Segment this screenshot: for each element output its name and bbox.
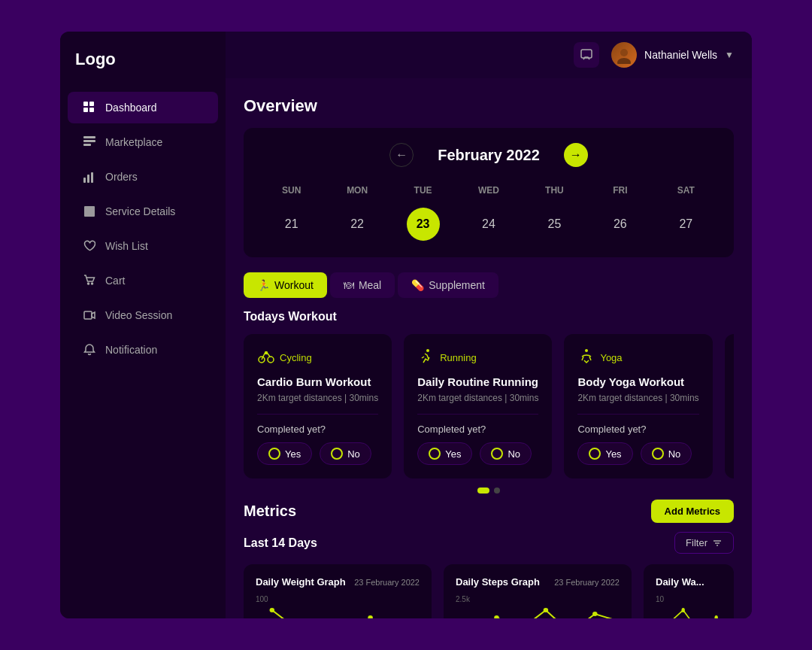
filter-label: Filter bbox=[686, 537, 707, 548]
no-radio-3[interactable]: No bbox=[641, 442, 692, 465]
app-container: Logo Dashboard Marketplace bbox=[60, 32, 752, 618]
sidebar-item-notification[interactable]: Notification bbox=[68, 334, 218, 366]
radio-group-3: Yes No bbox=[577, 442, 698, 465]
user-info[interactable]: Nathaniel Wells ▼ bbox=[611, 42, 734, 68]
svg-point-19 bbox=[426, 349, 429, 352]
metrics-header: Metrics Add Metrics bbox=[244, 500, 734, 523]
filter-button[interactable]: Filter bbox=[674, 532, 734, 554]
overview-title: Overview bbox=[244, 96, 734, 116]
dot-2[interactable] bbox=[494, 487, 500, 494]
yes-radio-2[interactable]: Yes bbox=[417, 442, 472, 465]
next-month-button[interactable]: → bbox=[564, 143, 588, 167]
cal-day-25[interactable]: 25 bbox=[538, 208, 571, 241]
cart-icon bbox=[83, 274, 96, 287]
prev-month-button[interactable]: ← bbox=[389, 143, 414, 167]
cycling-label: Cycling bbox=[280, 352, 312, 363]
sidebar-item-video-session[interactable]: Video Session bbox=[68, 299, 218, 331]
meal-tab-label: Meal bbox=[359, 279, 381, 291]
marketplace-icon bbox=[83, 135, 96, 149]
card-title-yoga: Body Yoga Workout bbox=[577, 375, 698, 388]
tab-meal[interactable]: 🍽 Meal bbox=[330, 272, 395, 298]
svg-rect-4 bbox=[83, 136, 95, 138]
cal-day-26[interactable]: 26 bbox=[604, 208, 637, 241]
svg-rect-3 bbox=[89, 108, 94, 112]
calendar-days: 21 22 23 24 25 26 27 bbox=[259, 206, 719, 242]
no-circle-2 bbox=[491, 448, 503, 460]
cal-day-21[interactable]: 21 bbox=[275, 208, 308, 241]
sidebar-item-orders[interactable]: Orders bbox=[68, 161, 218, 193]
user-name: Nathaniel Wells bbox=[644, 49, 717, 61]
day-mon: MON bbox=[324, 182, 389, 199]
cycling-icon bbox=[257, 348, 275, 368]
cal-day-24[interactable]: 24 bbox=[472, 208, 505, 241]
yes-circle-1 bbox=[268, 448, 280, 460]
message-icon-btn[interactable] bbox=[574, 42, 599, 68]
graph-water-title: Daily Wa... bbox=[656, 576, 704, 588]
sidebar-item-marketplace[interactable]: Marketplace bbox=[68, 126, 218, 158]
graph-card-water: Daily Wa... 10 8 bbox=[644, 564, 734, 618]
sidebar-label-notification: Notification bbox=[105, 344, 157, 356]
svg-rect-6 bbox=[83, 144, 91, 146]
graph-card-steps: Daily Steps Graph 23 February 2022 2.5k … bbox=[444, 564, 632, 618]
card-divider-2 bbox=[417, 414, 538, 415]
graph-weight-header: Daily Weight Graph 23 February 2022 bbox=[256, 576, 420, 588]
svg-point-35 bbox=[544, 608, 549, 612]
no-radio-1[interactable]: No bbox=[320, 442, 371, 465]
svg-point-10 bbox=[88, 283, 89, 284]
add-metrics-button[interactable]: Add Metrics bbox=[651, 500, 734, 523]
orders-icon bbox=[83, 170, 96, 184]
slide-dots bbox=[244, 487, 734, 494]
sidebar-label-wish-list: Wish List bbox=[105, 240, 148, 252]
supplement-tab-icon: 💊 bbox=[411, 279, 424, 291]
sidebar-item-cart[interactable]: Cart bbox=[68, 265, 218, 296]
card-desc-running: 2Km target distances | 30mins bbox=[417, 393, 538, 403]
filter-icon bbox=[712, 538, 723, 548]
card-desc-yoga: 2Km target distances | 30mins bbox=[577, 393, 698, 403]
service-details-icon bbox=[83, 205, 96, 218]
no-radio-2[interactable]: No bbox=[480, 442, 532, 465]
yes-circle-2 bbox=[429, 448, 441, 460]
yes-radio-3[interactable]: Yes bbox=[577, 442, 632, 465]
svg-point-28 bbox=[368, 615, 373, 618]
weight-chart-svg bbox=[256, 595, 420, 618]
tab-workout[interactable]: 🏃 Workout bbox=[244, 272, 327, 298]
avatar bbox=[611, 42, 637, 68]
supplement-tab-label: Supplement bbox=[429, 279, 485, 291]
sidebar-item-dashboard[interactable]: Dashboard bbox=[68, 92, 218, 123]
workout-cards: Cycling Cardio Burn Workout 2Km target d… bbox=[244, 334, 734, 478]
yes-radio-1[interactable]: Yes bbox=[257, 442, 312, 465]
graph-steps-labels: 2.5k 2k bbox=[456, 595, 470, 618]
sidebar-item-wish-list[interactable]: Wish List bbox=[68, 230, 218, 262]
yoga-icon bbox=[577, 348, 595, 368]
cal-day-27[interactable]: 27 bbox=[669, 208, 702, 241]
svg-rect-8 bbox=[87, 175, 89, 183]
running-icon bbox=[417, 348, 435, 368]
svg-rect-5 bbox=[83, 140, 95, 142]
day-sun: SUN bbox=[259, 182, 324, 199]
day-thu: THU bbox=[522, 182, 587, 199]
sidebar-label-marketplace: Marketplace bbox=[105, 136, 162, 148]
svg-point-15 bbox=[617, 58, 631, 64]
graph-weight-labels: 100 80 bbox=[256, 595, 268, 618]
water-chart-svg bbox=[656, 595, 722, 618]
completed-label-2: Completed yet? bbox=[417, 424, 538, 435]
yes-circle-3 bbox=[589, 448, 601, 460]
calendar-days-header: SUN MON TUE WED THU FRI SAT bbox=[259, 182, 719, 199]
tabs-row: 🏃 Workout 🍽 Meal 💊 Supplement bbox=[244, 272, 734, 298]
cal-day-23[interactable]: 23 bbox=[407, 208, 440, 241]
content-area: Overview ← February 2022 → SUN MON TUE W… bbox=[226, 78, 752, 618]
dot-1[interactable] bbox=[477, 487, 489, 494]
tab-supplement[interactable]: 💊 Supplement bbox=[398, 272, 498, 298]
yes-label-2: Yes bbox=[445, 448, 461, 460]
svg-point-14 bbox=[620, 49, 628, 56]
graph-steps-header: Daily Steps Graph 23 February 2022 bbox=[456, 576, 620, 588]
cal-day-22[interactable]: 22 bbox=[341, 208, 374, 241]
svg-point-43 bbox=[714, 615, 717, 618]
workout-tab-label: Workout bbox=[274, 279, 314, 291]
svg-point-41 bbox=[681, 608, 684, 612]
sidebar: Logo Dashboard Marketplace bbox=[60, 32, 226, 618]
sidebar-item-service-details[interactable]: Service Details bbox=[68, 196, 218, 227]
completed-label-3: Completed yet? bbox=[577, 424, 698, 435]
calendar-section: ← February 2022 → SUN MON TUE WED THU FR… bbox=[244, 128, 734, 257]
wish-list-icon bbox=[83, 239, 96, 253]
